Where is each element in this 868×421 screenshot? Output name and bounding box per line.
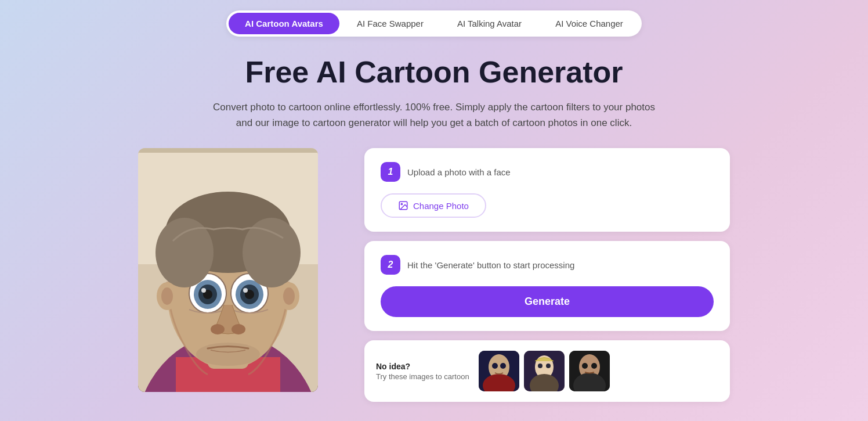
svg-rect-2 xyxy=(138,148,318,153)
svg-point-35 xyxy=(492,363,498,369)
svg-point-20 xyxy=(211,324,225,334)
svg-point-41 xyxy=(546,364,551,368)
no-idea-label: No idea? xyxy=(376,362,469,371)
change-photo-button[interactable]: Change Photo xyxy=(381,193,486,218)
svg-point-18 xyxy=(243,288,248,293)
step-2-card: 2 Hit the 'Generate' button to start pro… xyxy=(364,241,730,331)
step-1-number: 1 xyxy=(381,162,400,182)
nav-tabs-container: AI Cartoon Avatars AI Face Swapper AI Ta… xyxy=(226,0,642,37)
tab-voice-changer[interactable]: AI Voice Changer xyxy=(539,13,639,34)
uploaded-photo xyxy=(138,148,318,392)
step-1-card: 1 Upload a photo with a face Change Phot… xyxy=(364,148,730,232)
right-panel: 1 Upload a photo with a face Change Phot… xyxy=(364,148,730,402)
hero-subtitle: Convert photo to cartoon online effortle… xyxy=(208,99,660,131)
generate-button[interactable]: Generate xyxy=(381,286,714,317)
sample-1-img xyxy=(479,351,519,391)
svg-point-36 xyxy=(500,363,506,369)
svg-point-21 xyxy=(232,324,245,334)
step-2-label: Hit the 'Generate' button to start proce… xyxy=(407,260,574,270)
image-icon xyxy=(398,200,408,211)
step-1-header: 1 Upload a photo with a face xyxy=(381,162,714,182)
step-2-number: 2 xyxy=(381,255,400,275)
sample-image-3[interactable] xyxy=(569,351,610,391)
tab-face-swapper[interactable]: AI Face Swapper xyxy=(341,13,440,34)
change-photo-label: Change Photo xyxy=(413,201,469,211)
step-1-label: Upload a photo with a face xyxy=(407,167,511,177)
svg-point-27 xyxy=(161,287,173,305)
svg-point-31 xyxy=(401,203,402,204)
try-label: Try these images to cartoon xyxy=(376,372,469,381)
face-illustration xyxy=(138,148,318,392)
page-title: Free AI Cartoon Generator xyxy=(208,55,660,90)
svg-point-40 xyxy=(538,364,542,368)
photo-preview xyxy=(138,148,318,392)
samples-text: No idea? Try these images to cartoon xyxy=(376,362,469,381)
sample-images-container xyxy=(479,351,610,391)
svg-point-12 xyxy=(201,288,206,293)
sample-3-img xyxy=(569,351,610,391)
hero-section: Free AI Cartoon Generator Convert photo … xyxy=(196,55,672,131)
svg-point-45 xyxy=(582,363,588,369)
nav-tabs: AI Cartoon Avatars AI Face Swapper AI Ta… xyxy=(226,10,642,37)
svg-point-29 xyxy=(283,287,295,305)
tab-talking-avatar[interactable]: AI Talking Avatar xyxy=(441,13,538,34)
sample-2-img xyxy=(524,351,565,391)
sample-image-1[interactable] xyxy=(479,351,519,391)
svg-point-46 xyxy=(591,363,597,369)
svg-point-22 xyxy=(196,343,260,366)
sample-image-2[interactable] xyxy=(524,351,565,391)
main-content: 1 Upload a photo with a face Change Phot… xyxy=(115,148,753,402)
samples-card: No idea? Try these images to cartoon xyxy=(364,340,730,402)
step-2-header: 2 Hit the 'Generate' button to start pro… xyxy=(381,255,714,275)
tab-cartoon-avatars[interactable]: AI Cartoon Avatars xyxy=(229,13,339,34)
